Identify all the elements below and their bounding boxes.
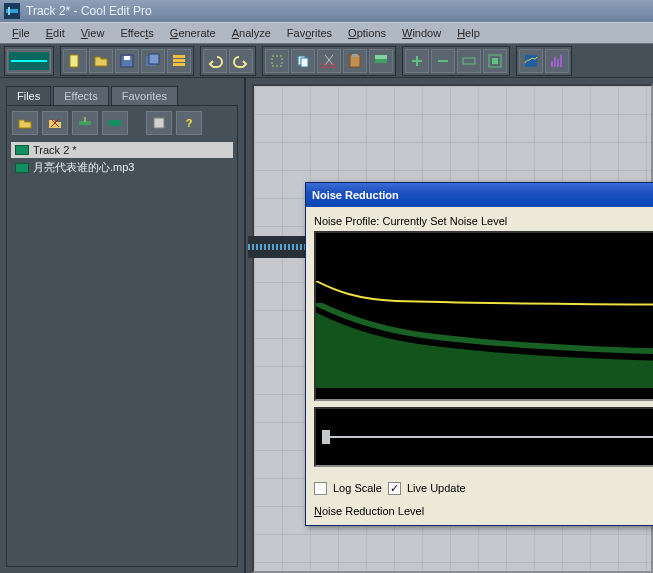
- noise-reduction-dialog: Noise Reduction Noise Profile: Currently…: [305, 182, 653, 526]
- svg-rect-28: [557, 59, 559, 67]
- svg-rect-12: [301, 58, 308, 67]
- panel-open-button[interactable]: [12, 111, 38, 135]
- toolbar-group-zoom: [402, 46, 510, 76]
- svg-rect-16: [352, 54, 358, 57]
- audio-file-icon: [15, 163, 29, 173]
- menu-options[interactable]: Options: [340, 25, 394, 41]
- log-scale-checkbox[interactable]: [314, 482, 327, 495]
- panel-toolbar: ?: [11, 110, 233, 136]
- file-name: 月亮代表谁的心.mp3: [33, 160, 134, 175]
- panel-close-button[interactable]: [42, 111, 68, 135]
- app-icon: [4, 3, 20, 19]
- panel-body: ? Track 2 * 月亮代表谁的心.mp3: [6, 105, 238, 567]
- options-row: Log Scale ✓ Live Update Flat: [314, 479, 653, 497]
- save-all-button[interactable]: [141, 49, 165, 73]
- menubar: File Edit View Effects Generate Analyze …: [0, 22, 653, 44]
- noise-profile-graph[interactable]: [314, 231, 653, 401]
- svg-rect-1: [8, 7, 10, 15]
- audio-file-icon: [15, 145, 29, 155]
- profile-row: Noise Profile: Currently Set Noise Level…: [314, 215, 653, 227]
- menu-generate[interactable]: Generate: [162, 25, 224, 41]
- toolbar-group-file: [60, 46, 194, 76]
- main-toolbar: [0, 44, 653, 78]
- waveform-view-button[interactable]: [7, 49, 51, 73]
- svg-rect-7: [173, 55, 185, 58]
- svg-rect-2: [70, 55, 78, 67]
- panel-help-button[interactable]: ?: [176, 111, 202, 135]
- svg-rect-18: [375, 55, 387, 59]
- panel-tabs: Files Effects Favorites: [6, 86, 238, 105]
- tab-files[interactable]: Files: [6, 86, 51, 105]
- zoom-selection-button[interactable]: [483, 49, 507, 73]
- noise-profile-label: Noise Profile: Currently Set Noise Level: [314, 215, 507, 227]
- dialog-body: Noise Profile: Currently Set Noise Level…: [306, 207, 653, 525]
- zoom-in-button[interactable]: [405, 49, 429, 73]
- undo-button[interactable]: [203, 49, 227, 73]
- toolbar-group-edit: [262, 46, 396, 76]
- mix-paste-button[interactable]: [369, 49, 393, 73]
- file-list-item[interactable]: Track 2 *: [11, 142, 233, 158]
- panel-edit-button[interactable]: [102, 111, 128, 135]
- svg-text:?: ?: [186, 117, 193, 129]
- svg-rect-17: [375, 59, 387, 63]
- menu-file[interactable]: File: [4, 25, 38, 41]
- cut-button[interactable]: [317, 49, 341, 73]
- menu-help[interactable]: Help: [449, 25, 488, 41]
- copy-button[interactable]: [291, 49, 315, 73]
- live-update-checkbox[interactable]: ✓: [388, 482, 401, 495]
- save-file-button[interactable]: [115, 49, 139, 73]
- svg-rect-32: [154, 118, 164, 128]
- noise-reduction-level-label: Noise Reduction Level: [314, 505, 653, 517]
- svg-rect-6: [149, 54, 159, 64]
- svg-rect-26: [551, 61, 553, 67]
- main-titlebar: Track 2* - Cool Edit Pro: [0, 0, 653, 22]
- menu-analyze[interactable]: Analyze: [224, 25, 279, 41]
- window-title: Track 2* - Cool Edit Pro: [26, 4, 152, 18]
- reduction-slider-box: [314, 407, 653, 467]
- noise-floor: [316, 303, 653, 388]
- svg-rect-10: [272, 56, 282, 66]
- svg-rect-8: [173, 59, 185, 62]
- file-list-item[interactable]: 月亮代表谁的心.mp3: [11, 158, 233, 177]
- slider-thumb[interactable]: [322, 430, 330, 444]
- zoom-out-button[interactable]: [431, 49, 455, 73]
- svg-rect-21: [438, 60, 448, 62]
- svg-rect-29: [560, 55, 562, 67]
- panel-options-button[interactable]: [146, 111, 172, 135]
- live-update-label: Live Update: [407, 482, 466, 494]
- menu-window[interactable]: Window: [394, 25, 449, 41]
- svg-rect-4: [124, 56, 130, 60]
- spectral-view-button[interactable]: [519, 49, 543, 73]
- svg-rect-31: [109, 120, 121, 126]
- toolbar-group-undo: [200, 46, 256, 76]
- panel-insert-button[interactable]: [72, 111, 98, 135]
- svg-rect-20: [416, 56, 418, 66]
- file-name: Track 2 *: [33, 144, 77, 156]
- log-scale-label: Log Scale: [333, 482, 382, 494]
- dialog-titlebar[interactable]: Noise Reduction: [306, 183, 653, 207]
- svg-rect-27: [554, 57, 556, 67]
- file-list: Track 2 * 月亮代表谁的心.mp3: [11, 142, 233, 177]
- menu-favorites[interactable]: Favorites: [279, 25, 340, 41]
- open-file-button[interactable]: [89, 49, 113, 73]
- menu-edit[interactable]: Edit: [38, 25, 73, 41]
- menu-effects[interactable]: Effects: [112, 25, 161, 41]
- tab-favorites[interactable]: Favorites: [111, 86, 178, 105]
- reduction-slider[interactable]: [322, 436, 653, 438]
- menu-view[interactable]: View: [73, 25, 113, 41]
- paste-button[interactable]: [343, 49, 367, 73]
- svg-rect-22: [463, 58, 475, 64]
- svg-rect-0: [6, 9, 18, 13]
- redo-button[interactable]: [229, 49, 253, 73]
- select-button[interactable]: [265, 49, 289, 73]
- tab-effects[interactable]: Effects: [53, 86, 108, 105]
- toolbar-group-mode: [4, 46, 54, 76]
- multitrack-button[interactable]: [167, 49, 191, 73]
- zoom-full-button[interactable]: [457, 49, 481, 73]
- dialog-title-text: Noise Reduction: [312, 189, 399, 201]
- new-file-button[interactable]: [63, 49, 87, 73]
- freq-view-button[interactable]: [545, 49, 569, 73]
- toolbar-group-view: [516, 46, 572, 76]
- svg-rect-9: [173, 63, 185, 66]
- svg-rect-24: [492, 58, 498, 64]
